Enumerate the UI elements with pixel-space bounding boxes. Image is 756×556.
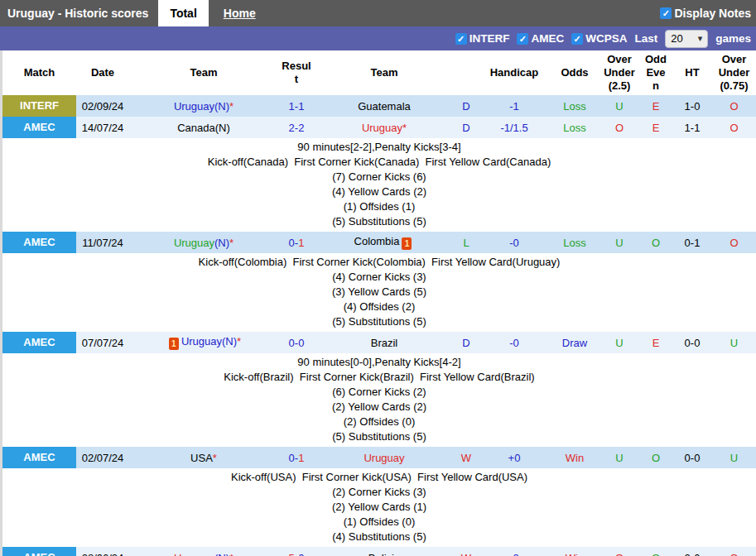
result-cell: 2-2 [278,117,315,138]
text-segment: -0 [509,237,519,249]
wdl-cell: D [454,117,479,138]
handicap-cell: -0 [479,332,550,353]
over-under-075-cell: O [712,95,756,117]
text-segment: Uruguay [364,452,404,464]
text-segment: Canada(N) [177,122,230,134]
column-header-handicap: Handicap [479,50,550,95]
display-notes-checkbox[interactable]: ✓ [660,7,672,19]
amec-checkbox-label: AMEC [531,32,564,45]
column-header-date: Date [76,50,129,95]
team1-cell: Uruguay(N)* [129,95,278,117]
match-type-cell: AMEC [2,232,76,253]
notes-text: Kick-off(Colombia) First Corner Kick(Col… [2,255,756,329]
match-row: INTERF02/09/24Uruguay(N)*1-1GuatemalaD-1… [2,95,756,117]
odds-cell: Loss [550,117,600,138]
result-cell: 5-0 [278,547,315,556]
games-count-select[interactable]: 20 ▾ [665,30,708,48]
match-type-badge: AMEC [2,232,76,253]
text-segment: O [730,552,738,556]
text-segment: W [461,452,471,464]
text-segment: O [730,100,738,113]
historic-scores-panel: Uruguay - Historic scores Total Home ✓ D… [0,0,756,556]
match-row: AMEC11/07/24Uruguay(N)*0-1Colombia1L-0Lo… [2,232,756,253]
text-segment: O [652,237,660,249]
text-segment: U [615,452,623,464]
wdl-cell: W [454,547,479,556]
wdl-cell: D [454,95,479,117]
chevron-down-icon: ▾ [698,33,703,44]
match-type-cell: INTERF [2,95,76,117]
check-icon: ✓ [574,34,581,44]
text-segment: 0-1 [685,237,701,249]
notes-cell: Kick-off(USA) First Corner Kick(USA) Fir… [2,468,756,547]
odds-cell: Draw [550,332,600,353]
team1-cell: Uruguay(N)* [129,547,278,556]
games-label: games [715,32,751,45]
wdl-cell: D [454,332,479,353]
text-segment: O [615,122,624,134]
text-segment: 1-1 [685,122,701,134]
text-segment: L [463,237,469,249]
text-segment: O [730,237,738,249]
match-type-cell: AMEC [2,332,76,353]
column-header-team1: Team [129,50,278,95]
text-segment: -1 [509,100,519,113]
text-segment: O [652,552,660,556]
column-header-match: Match [2,50,76,95]
text-segment: 1-1 [289,100,305,113]
column-header-over-under-25: Over Under (2.5) [600,50,639,95]
team2-cell: Uruguay* [315,117,454,138]
text-segment: U [615,237,623,249]
match-row: AMEC02/07/24USA*0-1UruguayW+0WinUO0-0U [2,447,756,468]
text-segment: * [237,335,241,348]
text-segment: D [462,122,469,134]
team2-cell: Guatemala [315,95,454,117]
ht-cell: 2-0 [672,547,712,556]
team2-cell: Bolivia [315,547,454,556]
text-segment: Uruguay [174,100,214,113]
over-under-25-cell: U [600,447,639,468]
handicap-cell: +0 [479,447,550,468]
interf-checkbox[interactable]: ✓ [455,33,467,45]
date-cell: 28/06/24 [76,547,129,556]
notes-cell: 90 minutes[0-0],Penalty Kicks[4-2] Kick-… [2,353,756,447]
notes-row: Kick-off(Colombia) First Corner Kick(Col… [2,253,756,332]
notes-text: 90 minutes[2-2],Penalty Kicks[3-4] Kick-… [2,140,756,229]
match-type-cell: AMEC [2,117,76,138]
wdl-cell: L [454,232,479,253]
tab-home[interactable]: Home [212,0,267,26]
text-segment: 1-0 [685,100,701,113]
wcpsa-checkbox[interactable]: ✓ [571,33,583,45]
column-header-odd-even: Odd Eve n [639,50,672,95]
text-segment: Win [566,452,584,464]
amec-checkbox[interactable]: ✓ [517,33,528,45]
table-header-row: Match Date Team Resul t Team Handicap Od… [2,50,756,95]
text-segment: D [462,337,469,349]
odd-even-cell: E [639,117,672,138]
text-segment: +0 [508,452,521,464]
text-segment: 0-0 [289,337,305,349]
text-segment: E [652,337,660,349]
text-segment: Bolivia [368,552,400,556]
text-segment: (N) [222,335,237,348]
match-type-badge: AMEC [2,447,76,468]
text-segment: E [652,100,660,113]
text-segment: U [615,337,623,349]
tab-total[interactable]: Total [158,0,208,26]
team1-cell: Canada(N) [129,117,278,138]
notes-row: 90 minutes[2-2],Penalty Kicks[3-4] Kick-… [2,138,756,232]
result-cell: 0-1 [278,447,315,468]
text-segment: Uruguay [181,335,222,348]
ht-cell: 1-1 [672,117,712,138]
over-under-25-cell: O [600,547,639,556]
over-under-25-cell: U [600,332,639,353]
over-under-075-cell: O [712,232,756,253]
text-segment: -0 [509,337,519,349]
text-segment: Colombia [354,235,400,247]
over-under-25-cell: O [600,117,639,138]
team2-cell: Colombia1 [315,232,454,253]
over-under-075-cell: U [712,332,756,353]
notes-cell: 90 minutes[2-2],Penalty Kicks[3-4] Kick-… [2,138,756,232]
result-cell: 0-1 [278,232,315,253]
notes-row: Kick-off(USA) First Corner Kick(USA) Fir… [2,468,756,547]
